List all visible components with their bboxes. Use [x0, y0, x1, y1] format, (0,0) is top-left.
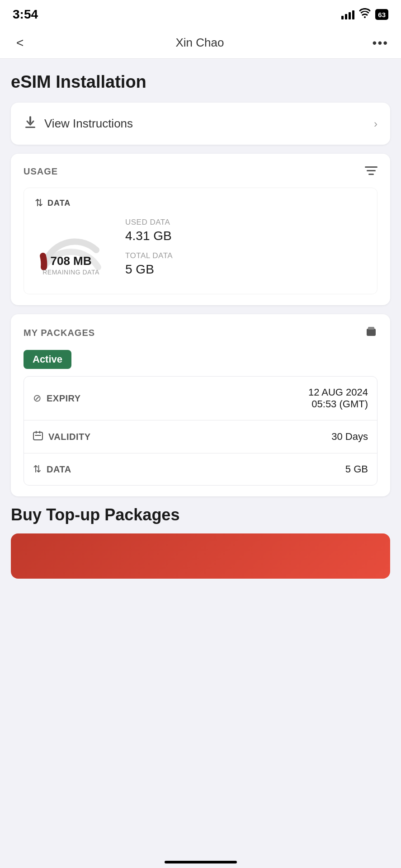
nav-bar: < Xin Chao ••• — [0, 27, 401, 59]
package-data-row: ⇅ DATA 5 GB — [24, 453, 377, 485]
total-data-label: TOTAL DATA — [125, 251, 366, 260]
used-data-value: 4.31 GB — [125, 229, 366, 243]
usage-card: USAGE ⇅ DATA — [11, 154, 390, 305]
svg-rect-3 — [367, 170, 376, 171]
svg-rect-7 — [33, 432, 42, 440]
view-instructions-button[interactable]: View Instructions › — [11, 103, 390, 145]
validity-row: VALIDITY 30 Days — [24, 420, 377, 453]
svg-rect-5 — [367, 329, 376, 336]
package-data-arrows-icon: ⇅ — [33, 463, 41, 475]
usage-section-header: USAGE — [24, 165, 377, 179]
download-icon — [24, 115, 37, 132]
view-instructions-label: View Instructions — [44, 117, 133, 131]
battery-icon: 63 — [375, 9, 388, 20]
calendar-icon — [33, 430, 43, 443]
packages-title: MY PACKAGES — [24, 328, 95, 338]
svg-rect-10 — [35, 435, 41, 436]
usage-title: USAGE — [24, 166, 58, 177]
used-data-stat: USED DATA 4.31 GB — [125, 218, 366, 243]
packages-card: MY PACKAGES Active ⊘ EXPIRY — [11, 314, 390, 496]
validity-label: VALIDITY — [48, 432, 91, 442]
no-entry-icon: ⊘ — [33, 392, 41, 404]
total-data-value: 5 GB — [125, 262, 366, 277]
svg-rect-6 — [368, 327, 374, 330]
signal-icon — [341, 9, 354, 19]
status-time: 3:54 — [13, 7, 38, 22]
package-data-label: DATA — [47, 464, 71, 475]
active-badge: Active — [24, 350, 71, 369]
data-stats: USED DATA 4.31 GB TOTAL DATA 5 GB — [125, 218, 366, 285]
svg-rect-2 — [365, 166, 377, 168]
view-instructions-card[interactable]: View Instructions › — [11, 103, 390, 145]
total-data-stat: TOTAL DATA 5 GB — [125, 251, 366, 277]
filter-icon[interactable] — [365, 165, 377, 179]
svg-rect-1 — [29, 116, 31, 123]
topup-card-partial[interactable] — [11, 533, 390, 579]
svg-rect-4 — [368, 174, 374, 175]
page-title: eSIM Installation — [11, 72, 390, 92]
main-content: eSIM Installation View Instructions › US… — [0, 59, 401, 592]
used-data-label: USED DATA — [125, 218, 366, 227]
chevron-right-icon: › — [374, 118, 377, 130]
package-details: ⊘ EXPIRY 12 AUG 2024 05:53 (GMT) — [24, 376, 377, 486]
status-icons: 63 — [341, 8, 388, 21]
expiry-value: 12 AUG 2024 05:53 (GMT) — [308, 387, 368, 410]
remaining-data-label: REMAINING DATA — [42, 269, 99, 276]
svg-rect-0 — [25, 127, 35, 128]
remaining-data-value: 708 MB — [35, 254, 107, 268]
status-bar: 3:54 63 — [0, 0, 401, 27]
validity-value: 30 Days — [331, 431, 368, 443]
nav-title: Xin Chao — [175, 36, 224, 50]
battery-level: 63 — [378, 11, 386, 19]
packages-stack-icon[interactable] — [365, 325, 377, 341]
expiry-row: ⊘ EXPIRY 12 AUG 2024 05:53 (GMT) — [24, 377, 377, 420]
packages-section-header: MY PACKAGES — [24, 325, 377, 341]
data-arrows-icon: ⇅ — [35, 197, 43, 209]
data-gauge: 708 MB REMAINING DATA — [35, 226, 107, 276]
back-button[interactable]: < — [13, 34, 27, 52]
package-data-value: 5 GB — [345, 463, 368, 475]
wifi-icon — [359, 8, 371, 21]
home-indicator — [165, 861, 237, 863]
more-button[interactable]: ••• — [373, 36, 388, 50]
expiry-label: EXPIRY — [47, 393, 81, 404]
svg-rect-8 — [36, 431, 37, 434]
buy-topup-title: Buy Top-up Packages — [11, 505, 390, 524]
svg-rect-9 — [39, 431, 40, 434]
data-section-label: DATA — [47, 198, 71, 208]
data-section: ⇅ DATA — [24, 188, 377, 294]
